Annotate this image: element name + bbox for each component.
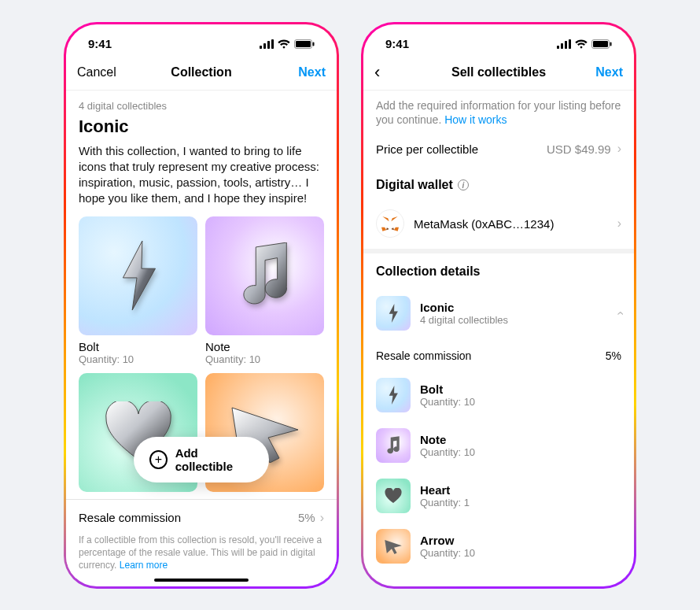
signal-icon [557,39,571,49]
footnote-text: If a collectible from this collection is… [79,534,322,571]
list-item[interactable]: Note Quantity: 10 [363,420,634,471]
collection-thumb [376,296,411,331]
resale-label: Resale commission [376,349,471,362]
wifi-icon [278,39,290,49]
status-icons [557,39,612,49]
nav-bar: ‹ Sell collectibles Next [363,56,634,91]
back-button[interactable]: ‹ [374,64,422,81]
nav-bar: Cancel Collection Next [66,56,337,91]
status-time: 9:41 [385,37,409,50]
svg-rect-5 [296,41,311,47]
add-collectible-button[interactable]: + Add collectible [134,437,269,482]
listing-intro: Add the required information for your li… [363,91,634,131]
wifi-icon [575,39,588,49]
item-thumb [376,428,411,463]
bolt-icon [386,304,400,323]
tile-quantity: Quantity: 10 [205,353,324,365]
collection-name: Iconic [420,301,617,314]
note-image [205,216,324,335]
collection-summary-row[interactable]: Iconic 4 digital collectibles › [363,285,634,342]
status-time: 9:41 [88,37,112,50]
item-quantity: Quantity: 10 [420,396,621,408]
phone-sell: 9:41 ‹ Sell collectibles Next Add the re… [361,22,636,589]
svg-rect-12 [593,41,608,47]
item-quantity: Quantity: 10 [420,446,621,458]
list-item[interactable]: Arrow Quantity: 10 [363,521,634,571]
svg-rect-8 [561,43,563,49]
collectible-count: 4 digital collectibles [79,100,324,112]
resale-value: 5% [298,511,315,524]
how-it-works-link[interactable]: How it works [444,113,507,126]
info-icon[interactable]: i [458,179,469,190]
collectible-tile[interactable]: Bolt Quantity: 10 [79,216,197,365]
svg-rect-6 [313,42,315,46]
chevron-right-icon: › [617,142,621,156]
nav-title: Collection [124,65,278,79]
bolt-icon [111,241,166,310]
collection-title: Iconic [79,116,324,137]
collection-sub: 4 digital collectibles [420,314,617,326]
bolt-image [79,216,197,335]
learn-more-link[interactable]: Learn more [120,560,168,571]
battery-icon [591,39,612,49]
wallet-header-label: Digital wallet [376,178,453,192]
svg-rect-10 [569,39,571,49]
price-value: USD $49.99 [547,142,611,156]
list-item[interactable]: Bolt Quantity: 10 [363,370,634,420]
next-button[interactable]: Next [576,65,623,79]
item-name: Bolt [420,383,621,396]
tile-name: Bolt [79,340,197,353]
chevron-right-icon: › [617,216,621,231]
collection-details-header: Collection details [363,253,634,285]
phone-collection: 9:41 Cancel Collection Next 4 digital co… [64,22,339,589]
battery-icon [294,39,315,49]
wallet-row[interactable]: MetaMask (0xABC…1234) › [363,198,634,249]
collectible-tile[interactable]: Note Quantity: 10 [205,216,324,365]
price-row[interactable]: Price per collectible USD $49.99 › [363,131,634,167]
home-indicator [154,579,249,582]
resale-footnote: If a collectible from this collection is… [66,529,337,579]
add-label: Add collectible [175,446,253,473]
plus-icon: + [149,450,168,469]
item-thumb [376,529,411,564]
next-button[interactable]: Next [278,65,326,79]
svg-rect-1 [263,43,266,49]
list-item[interactable]: Heart Quantity: 1 [363,471,634,521]
cancel-button[interactable]: Cancel [77,65,124,79]
status-bar: 9:41 [66,24,337,56]
nav-title: Sell collectibles [422,65,576,79]
item-quantity: Quantity: 1 [420,497,621,508]
tile-name: Note [205,340,324,353]
wallet-name: MetaMask (0xABC…1234) [414,217,617,231]
item-name: Arrow [420,534,621,547]
status-bar: 9:41 [363,24,634,56]
chevron-right-icon: › [320,511,324,525]
metamask-icon [376,209,404,238]
tile-quantity: Quantity: 10 [79,353,197,365]
item-name: Note [420,433,621,446]
resale-commission-line: Resale commission 5% [363,342,634,370]
collectible-list: Bolt Quantity: 10 Note Quantity: 10 Hear… [363,370,634,571]
item-quantity: Quantity: 10 [420,547,621,559]
resale-label: Resale commission [79,511,181,524]
item-thumb [376,479,411,513]
svg-rect-0 [260,46,262,49]
note-icon [234,242,296,309]
svg-rect-9 [565,41,567,49]
item-name: Heart [420,483,621,497]
collection-description: With this collection, I wanted to bring … [79,143,324,207]
svg-rect-7 [557,46,559,49]
resale-value: 5% [606,349,621,362]
wallet-header: Digital wallet i [363,167,634,198]
svg-rect-13 [610,42,612,46]
chevron-up-icon: › [612,312,626,316]
status-icons [260,39,315,49]
svg-rect-2 [267,41,270,49]
price-label: Price per collectible [376,142,547,156]
signal-icon [260,39,274,49]
item-thumb [376,378,411,412]
svg-rect-3 [271,39,274,49]
